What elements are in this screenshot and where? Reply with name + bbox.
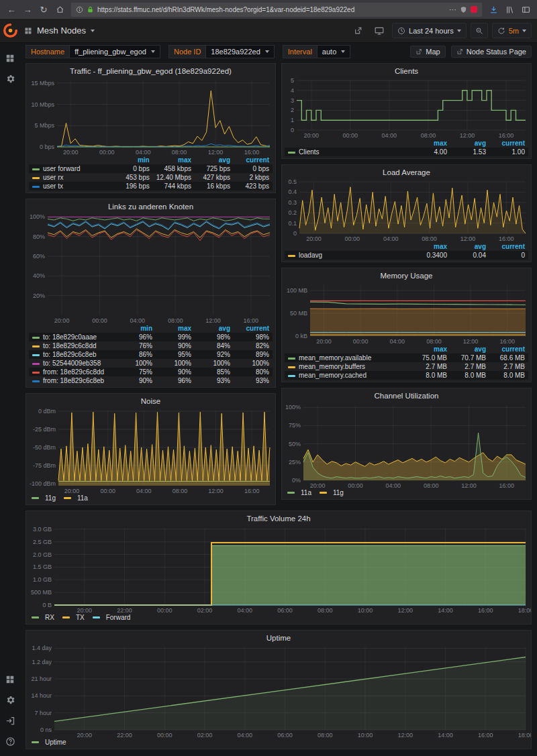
zoom-out-button[interactable] [471, 23, 488, 38]
refresh-interval-label: 5m [509, 27, 519, 35]
library-icon[interactable] [502, 3, 517, 16]
lock-icon[interactable] [87, 6, 94, 13]
series-swatch [62, 616, 70, 618]
dashboards-icon[interactable] [5, 675, 15, 684]
svg-text:16:00: 16:00 [499, 482, 515, 489]
sign-in-icon[interactable] [5, 716, 15, 726]
noise-chart[interactable]: 20:0000:0004:0008:0012:0016:000 dBm-25 d… [26, 407, 275, 494]
url-bar[interactable]: https://stats.ffmuc.net/d/hRIn3dRWk/mesh… [71, 3, 482, 17]
svg-text:04:00: 04:00 [238, 607, 253, 614]
legend-row[interactable]: to: 52544009eb358100%100%100%100% [29, 359, 273, 368]
uptime-legend: Uptime [26, 739, 531, 749]
panel-title[interactable]: Uptime [26, 631, 531, 643]
dashboards-icon[interactable] [5, 54, 15, 63]
legend-item[interactable]: 11a [64, 494, 88, 502]
dashboard-picker[interactable]: Mesh Nodes [20, 25, 99, 36]
panel-title[interactable]: Links zu anderen Knoten [26, 199, 275, 212]
download-icon[interactable] [486, 3, 501, 16]
memory-usage-chart[interactable]: 20:0000:0004:0008:0012:0016:00100 MB50 M… [282, 281, 531, 345]
variable-nodeid-select[interactable]: 18e829a922ed [205, 45, 274, 58]
svg-text:500 MB: 500 MB [31, 589, 52, 596]
info-icon[interactable] [76, 6, 83, 13]
links-chart[interactable]: 20:0000:0004:0008:0012:0016:00100%80%60%… [26, 212, 275, 324]
panel-title[interactable]: Clients [282, 64, 531, 76]
svg-text:50 MB: 50 MB [290, 310, 307, 317]
node-status-page-link[interactable]: Node Status Page [451, 46, 532, 58]
svg-text:0 B: 0 B [42, 602, 52, 608]
settings-gear-icon[interactable] [5, 695, 15, 705]
legend-row[interactable]: user rx453 bps12.40 Mbps427 kbps2 kbps [29, 173, 273, 182]
legend-item[interactable]: 11g [32, 494, 56, 502]
forward-icon[interactable]: → [20, 3, 35, 16]
legend-item[interactable]: TX [62, 614, 85, 621]
refresh-button[interactable]: 5m [492, 23, 532, 38]
grafana-logo[interactable] [0, 23, 20, 38]
legend-row[interactable]: to: 18e829c6c8eb86%95%92%89% [29, 350, 273, 359]
back-icon[interactable]: ← [4, 3, 19, 16]
svg-text:16:00: 16:00 [244, 488, 260, 494]
settings-gear-icon[interactable] [5, 74, 15, 84]
legend-row[interactable]: loadavg0.34000.040 [285, 251, 528, 260]
home-icon[interactable] [52, 3, 67, 16]
legend-row[interactable]: from: 18e829c6c8dd75%90%85%80% [29, 368, 273, 376]
legend-row[interactable]: to: 18e829c0aaae96%99%98%98% [29, 333, 273, 341]
traffic-chart[interactable]: 20:0000:0004:0008:0012:0016:0015 Mbps10 … [26, 76, 275, 156]
cycle-view-button[interactable] [371, 23, 388, 38]
traffic-legend: minmaxavgcurrentuser forward0 bps458 kbp… [26, 156, 275, 193]
svg-text:08:00: 08:00 [172, 149, 187, 156]
legend-row[interactable]: user forward0 bps458 kbps725 bps0 bps [29, 164, 273, 173]
help-icon[interactable] [5, 737, 15, 747]
variable-interval-select[interactable]: auto [317, 45, 350, 58]
traffic-volume-chart[interactable]: 20:0022:0000:0002:0004:0006:0008:0010:00… [26, 524, 531, 614]
legend-row[interactable]: mean_memory.buffers2.7 MB2.7 MB2.7 MB [285, 362, 528, 371]
legend-row[interactable]: mean_memory.cached8.0 MB8.0 MB8.0 MB [285, 371, 528, 380]
clients-chart[interactable]: 20:0000:0004:0008:0012:0016:00543210 [282, 76, 531, 139]
legend-item[interactable]: RX [32, 614, 54, 621]
refresh-icon [497, 27, 505, 35]
extension-badge-icon[interactable] [471, 6, 477, 13]
legend-item[interactable]: Forward [93, 614, 131, 621]
legend-item[interactable]: 11g [320, 489, 344, 496]
panel-title[interactable]: Traffic - ff_pliening_gbw_egod (18e829a9… [26, 64, 275, 76]
legend-row[interactable]: from: 18e829c6c8eb90%96%93%93% [29, 376, 273, 385]
map-link[interactable]: Map [410, 46, 445, 58]
panel-title[interactable]: Noise [26, 394, 275, 407]
panel-title[interactable]: Memory Usage [282, 268, 531, 281]
svg-text:60%: 60% [33, 253, 45, 260]
svg-text:10 Mbps: 10 Mbps [31, 101, 54, 108]
page-actions-icon[interactable]: ⋯ [449, 5, 456, 14]
time-range-button[interactable]: Last 24 hours [392, 23, 467, 38]
legend-row[interactable]: user tx196 bps744 kbps16 kbps423 bps [29, 182, 273, 191]
channel-utilization-legend: 11a11g [282, 489, 531, 499]
share-button[interactable] [350, 23, 367, 38]
right-column: Clients 20:0000:0004:0008:0012:0016:0054… [281, 63, 532, 505]
svg-text:12:00: 12:00 [463, 338, 479, 345]
legend-row[interactable]: mean_memory.available75.0 MB70.7 MB68.6 … [285, 354, 528, 362]
uptime-chart[interactable]: 20:0022:0000:0002:0004:0006:0008:0010:00… [26, 643, 531, 739]
svg-text:7 hour: 7 hour [34, 710, 52, 716]
reload-icon[interactable]: ↻ [36, 3, 51, 16]
legend-item[interactable]: 11a [287, 489, 311, 496]
channel-utilization-chart[interactable]: 20:0000:0004:0008:0012:0016:00100%75%50%… [282, 401, 531, 489]
svg-text:14:00: 14:00 [438, 607, 453, 614]
svg-text:08:00: 08:00 [426, 338, 442, 345]
panel-title[interactable]: Load Average [282, 165, 531, 178]
svg-text:04:00: 04:00 [383, 235, 399, 242]
series-swatch [288, 152, 295, 154]
dashboard-grid-icon [24, 27, 32, 35]
panel-title[interactable]: Traffic Volume 24h [26, 511, 531, 524]
sidebar-toggle-icon[interactable] [518, 3, 533, 16]
load-average-chart[interactable]: 20:0000:0004:0008:0012:0016:000.50.40.30… [282, 178, 531, 242]
legend-item[interactable]: Uptime [32, 739, 66, 746]
svg-text:4: 4 [291, 87, 294, 94]
svg-text:08:00: 08:00 [318, 607, 333, 614]
svg-text:20:00: 20:00 [77, 732, 93, 739]
variable-hostname-select[interactable]: ff_pliening_gbw_egod [69, 45, 160, 58]
panel-title[interactable]: Channel Utilization [282, 388, 531, 401]
series-swatch [32, 497, 39, 499]
url-text[interactable]: https://stats.ffmuc.net/d/hRIn3dRWk/mesh… [97, 6, 446, 13]
shield-icon[interactable] [460, 6, 467, 13]
load-average-legend: maxavgcurrentloadavg0.34000.040 [282, 242, 531, 262]
legend-row[interactable]: to: 18e829c6c8dd76%90%84%82% [29, 341, 273, 350]
legend-row[interactable]: Clients4.001.531.00 [285, 148, 528, 156]
